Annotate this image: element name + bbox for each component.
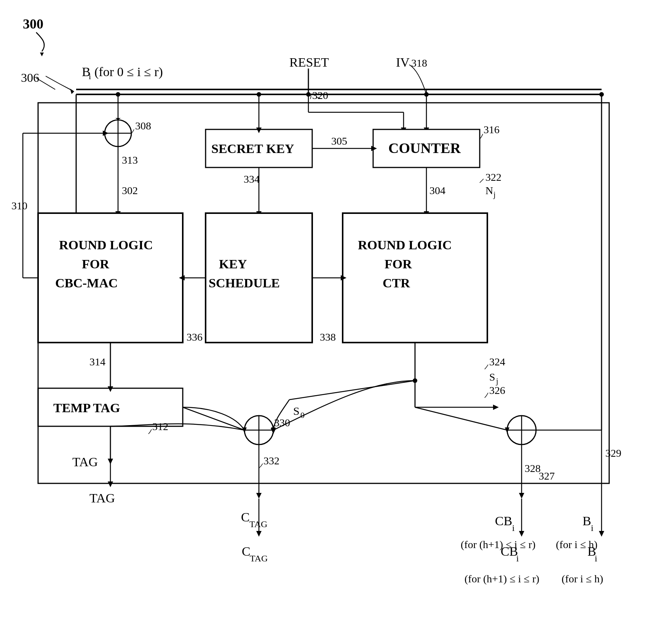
ref-329: 329: [605, 447, 621, 459]
cbi-subscript: i: [512, 523, 515, 533]
ctag-subscript: TAG: [249, 519, 267, 529]
ref-327: 327: [539, 470, 555, 482]
cbi-output-label: CB: [501, 544, 518, 558]
key-schedule-line2: SCHEDULE: [209, 276, 280, 290]
round-logic-cbc-line2: FOR: [82, 257, 109, 271]
ctag-output-subscript: TAG: [250, 553, 268, 563]
secret-key-label: SECRET KEY: [211, 142, 294, 156]
bi-bottom-subscript: i: [591, 523, 594, 533]
ref-312: 312: [152, 421, 168, 432]
bi-bottom-label: B: [583, 514, 591, 528]
ref-316: 316: [484, 124, 500, 135]
ref-322: 322: [485, 171, 501, 183]
reset-label: RESET: [289, 55, 329, 69]
ref-308: 308: [135, 120, 151, 132]
ref-314: 314: [89, 356, 105, 368]
round-logic-cbc-line1: ROUND LOGIC: [59, 238, 153, 252]
cbi-output-subscript: i: [516, 553, 519, 563]
counter-label: COUNTER: [388, 140, 461, 156]
figure-number: 300: [23, 16, 43, 32]
nj-label: N: [485, 185, 493, 196]
round-logic-ctr-box: [343, 213, 487, 343]
ref-326: 326: [489, 384, 505, 396]
for-h1-label: (for (h+1) ≤ i ≤ r): [461, 539, 536, 550]
ref-328: 328: [525, 462, 541, 474]
cbi-label: CB: [495, 514, 512, 528]
for-ih-range: (for i ≤ h): [562, 573, 603, 585]
bus-dot-1: [116, 92, 120, 97]
key-schedule-line1: KEY: [219, 257, 247, 271]
nj-subscript: j: [493, 190, 496, 199]
diagram-container: 300 306 B i (for 0 ≤ i ≤ r) RESET 320 IV…: [0, 0, 656, 644]
round-logic-cbc-line3: CBC-MAC: [55, 276, 118, 290]
bi-output-subscript: i: [595, 553, 597, 563]
ref-338: 338: [320, 331, 336, 343]
ref-320: 320: [312, 89, 328, 101]
ref-306: 306: [21, 71, 39, 84]
ref-332: 332: [263, 455, 279, 467]
s0-label: S: [293, 405, 300, 417]
ref-310: 310: [11, 200, 27, 212]
round-logic-ctr-line3: CTR: [383, 276, 410, 290]
for-h1-range: (for (h+1) ≤ i ≤ r): [464, 573, 539, 585]
tag-output-label: TAG: [89, 491, 115, 505]
ref-302: 302: [122, 185, 138, 196]
ctag-output-label: C: [242, 544, 251, 558]
bus-dot-2: [257, 92, 261, 97]
ref-318: 318: [411, 57, 427, 69]
sj-label: S: [489, 371, 495, 383]
ref-304: 304: [429, 185, 445, 196]
tag-label: TAG: [72, 455, 98, 469]
ref-313: 313: [122, 154, 138, 166]
bi-range: (for 0 ≤ i ≤ r): [94, 65, 163, 79]
round-logic-ctr-line1: ROUND LOGIC: [358, 238, 452, 252]
ref-324: 324: [489, 356, 505, 368]
bus-dot-4: [424, 92, 429, 97]
ref-305: 305: [331, 135, 347, 147]
bi-subscript: i: [89, 72, 91, 81]
bus-dot-3: [306, 92, 311, 97]
ref-336: 336: [187, 331, 203, 343]
ctag-label: C: [241, 510, 250, 524]
circuit-diagram: 300 306 B i (for 0 ≤ i ≤ r) RESET 320 IV…: [0, 0, 656, 644]
iv-label: IV: [396, 55, 410, 69]
round-logic-ctr-line2: FOR: [385, 257, 412, 271]
ref-334: 334: [244, 173, 260, 185]
temp-tag-label: TEMP TAG: [53, 401, 120, 415]
